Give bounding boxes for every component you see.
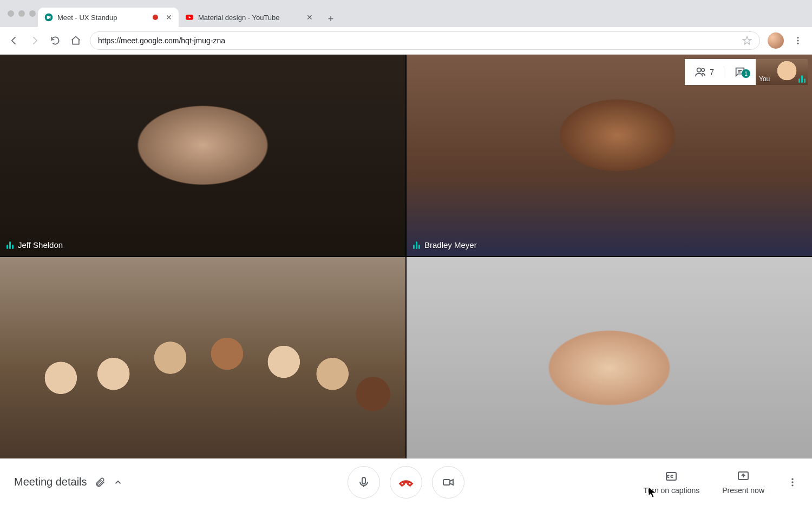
- traffic-close[interactable]: [8, 10, 14, 17]
- participant-video: [0, 257, 405, 458]
- svg-rect-8: [443, 480, 450, 485]
- camera-button[interactable]: [432, 466, 464, 499]
- profile-avatar[interactable]: [768, 32, 784, 49]
- present-button[interactable]: Present now: [722, 470, 764, 495]
- chat-badge: 1: [742, 69, 750, 78]
- tab-close-icon[interactable]: ✕: [306, 13, 313, 22]
- participant-tile[interactable]: [407, 257, 812, 458]
- speaking-indicator-icon: [6, 241, 14, 249]
- tab-meet[interactable]: Meet - UX Standup ✕: [38, 8, 179, 27]
- present-icon: [737, 470, 750, 483]
- participant-tile[interactable]: Jeff Sheldon: [0, 55, 405, 256]
- tab-strip: Meet - UX Standup ✕ Material design - Yo…: [38, 5, 812, 27]
- svg-point-5: [697, 68, 701, 72]
- meet-favicon-icon: [44, 13, 53, 22]
- new-tab-button[interactable]: +: [323, 11, 339, 27]
- self-label: You: [759, 75, 770, 83]
- svg-point-13: [791, 484, 793, 486]
- svg-point-3: [797, 40, 799, 42]
- participant-label: Bradley Meyer: [413, 240, 477, 250]
- participant-count: 7: [710, 68, 714, 76]
- participant-label: Jeff Sheldon: [6, 240, 63, 250]
- svg-point-2: [797, 37, 799, 38]
- address-bar[interactable]: https://meet.google.com/hqt-jmug-zna: [90, 31, 760, 50]
- attachment-icon: [95, 477, 106, 488]
- more-options-button[interactable]: [787, 477, 798, 488]
- meeting-details-label: Meeting details: [14, 476, 87, 488]
- traffic-min[interactable]: [18, 10, 25, 17]
- bookmark-star-icon[interactable]: [742, 36, 752, 45]
- right-actions: Turn on captions Present now: [643, 470, 798, 495]
- bottom-bar: Meeting details Turn on captions: [0, 458, 812, 505]
- participant-name: Bradley Meyer: [424, 240, 477, 250]
- youtube-favicon-icon: [185, 13, 194, 22]
- speaking-indicator-icon: [413, 241, 420, 249]
- back-button[interactable]: [8, 34, 21, 47]
- overlay-pill: 7 1: [685, 59, 756, 85]
- browser-menu-icon[interactable]: [791, 34, 804, 47]
- tab-close-icon[interactable]: ✕: [166, 13, 172, 22]
- chevron-up-icon: [113, 477, 123, 487]
- traffic-max[interactable]: [29, 10, 36, 17]
- mute-button[interactable]: [348, 466, 380, 499]
- present-label: Present now: [722, 486, 764, 495]
- video-grid: Jeff Sheldon Bradley Meyer 7 1 You: [0, 55, 812, 458]
- home-button[interactable]: [69, 34, 82, 47]
- captions-button[interactable]: Turn on captions: [643, 470, 699, 495]
- captions-label: Turn on captions: [643, 486, 699, 495]
- participant-name: Jeff Sheldon: [18, 240, 63, 250]
- self-view[interactable]: You: [756, 59, 808, 85]
- url-text: https://meet.google.com/hqt-jmug-zna: [98, 36, 742, 45]
- browser-chrome: Meet - UX Standup ✕ Material design - Yo…: [0, 0, 812, 55]
- tab-title: Material design - YouTube: [198, 14, 302, 22]
- recording-indicator-icon: [153, 15, 158, 20]
- participant-video: [407, 257, 812, 458]
- tab-youtube[interactable]: Material design - YouTube ✕: [179, 8, 319, 27]
- participants-button[interactable]: 7: [685, 66, 724, 78]
- hangup-button[interactable]: [390, 466, 422, 499]
- chat-button[interactable]: 1: [724, 66, 756, 78]
- call-controls: [348, 466, 464, 499]
- svg-point-6: [702, 69, 705, 71]
- meeting-details-button[interactable]: Meeting details: [14, 476, 123, 488]
- svg-point-12: [791, 481, 793, 483]
- tab-title: Meet - UX Standup: [57, 14, 148, 22]
- speaking-indicator-icon: [798, 75, 806, 83]
- svg-rect-7: [362, 477, 365, 484]
- top-overlay: 7 1 You: [685, 59, 808, 85]
- participant-tile[interactable]: [0, 257, 405, 458]
- forward-button[interactable]: [28, 34, 41, 47]
- captions-icon: [665, 470, 678, 483]
- reload-button[interactable]: [49, 34, 62, 47]
- toolbar: https://meet.google.com/hqt-jmug-zna: [0, 27, 812, 55]
- svg-point-4: [797, 43, 799, 44]
- svg-point-11: [791, 478, 793, 480]
- participant-video: [0, 55, 405, 256]
